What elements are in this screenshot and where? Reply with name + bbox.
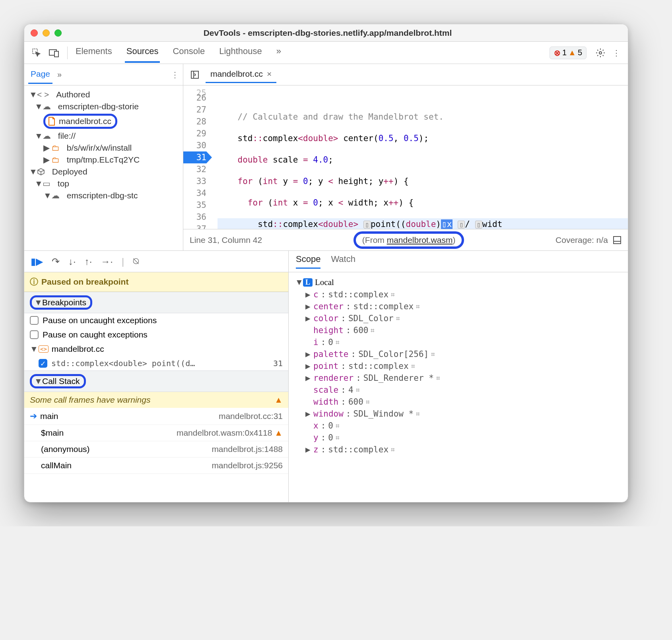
inspect-element-icon[interactable] xyxy=(29,45,44,60)
toggle-navigator-icon[interactable] xyxy=(187,70,202,79)
scope-variable[interactable]: i: 0 ⌗ xyxy=(295,336,622,348)
memory-icon[interactable]: ⌗ xyxy=(431,350,435,358)
var-name: palette xyxy=(313,349,349,359)
scope-variable[interactable]: ▶palette: SDL_Color[256] ⌗ xyxy=(295,348,622,360)
var-name: c xyxy=(313,290,319,299)
memory-icon[interactable]: ⌗ xyxy=(366,398,370,406)
checkbox-icon[interactable] xyxy=(30,316,39,325)
close-tab-icon[interactable]: × xyxy=(267,69,272,79)
breakpoint-marker[interactable]: 31 xyxy=(183,151,206,163)
memory-icon[interactable]: ⌗ xyxy=(391,446,395,454)
expand-icon[interactable]: ▶ xyxy=(305,314,311,323)
scope-variable[interactable]: ▶c: std::complex ⌗ xyxy=(295,289,622,301)
tree-host1[interactable]: emscripten-dbg-storie xyxy=(58,102,139,111)
step-into-icon[interactable]: ↓· xyxy=(68,256,76,267)
line-gutter[interactable]: 25 2627282930 31 323334353637 xyxy=(183,85,210,229)
file-tab-mandelbrot[interactable]: mandelbrot.cc × xyxy=(206,66,276,83)
watch-tab[interactable]: Watch xyxy=(331,254,355,269)
expand-icon[interactable]: ▶ xyxy=(305,349,311,359)
memory-icon[interactable]: ⌗ xyxy=(356,386,360,394)
settings-icon[interactable] xyxy=(594,46,607,60)
expand-icon[interactable] xyxy=(305,385,311,395)
scope-variable[interactable]: ▶renderer: SDL_Renderer * ⌗ xyxy=(295,372,622,384)
callstack-section[interactable]: ▼Call Stack xyxy=(24,370,288,392)
tab-sources[interactable]: Sources xyxy=(125,43,160,63)
memory-icon[interactable]: ⌗ xyxy=(416,303,420,310)
tree-file-selected[interactable]: mandelbrot.cc xyxy=(59,116,111,126)
pause-uncaught-row[interactable]: Pause on uncaught exceptions xyxy=(24,313,288,328)
tree-folder2[interactable]: tmp/tmp.ELcTq2YC xyxy=(67,155,140,165)
memory-icon[interactable]: ⌗ xyxy=(336,434,340,442)
tree-top[interactable]: top xyxy=(58,179,69,188)
breakpoints-section[interactable]: ▼Breakpoints xyxy=(24,292,288,313)
scope-variable[interactable]: ▶point: std::complex ⌗ xyxy=(295,360,622,372)
deactivate-breakpoints-icon[interactable]: ⦰ xyxy=(133,256,140,267)
resume-icon[interactable]: ▮▶ xyxy=(31,256,43,267)
page-tab[interactable]: Page xyxy=(28,65,52,84)
tab-console[interactable]: Console xyxy=(171,43,206,63)
scope-tab[interactable]: Scope xyxy=(296,254,320,269)
scope-variable[interactable]: x: 0 ⌗ xyxy=(295,420,622,432)
toggle-bottombar-icon[interactable] xyxy=(613,236,622,244)
scope-variable[interactable]: ▶window: SDL_Window * ⌗ xyxy=(295,408,622,420)
expand-icon[interactable]: ▶ xyxy=(305,373,311,383)
zoom-window-button[interactable] xyxy=(54,29,62,37)
memory-icon[interactable]: ⌗ xyxy=(396,314,400,322)
expand-icon[interactable]: ▶ xyxy=(305,302,311,311)
stack-frame[interactable]: $mainmandelbrot.wasm:0x4118 ▲ xyxy=(24,425,288,441)
memory-icon[interactable]: ⌗ xyxy=(391,291,395,299)
step-over-icon[interactable]: ↷ xyxy=(52,256,60,267)
more-tabs-button[interactable]: » xyxy=(275,43,283,63)
stack-frame[interactable]: (anonymous)mandelbrot.js:1488 xyxy=(24,441,288,458)
expand-icon[interactable] xyxy=(305,326,311,335)
close-window-button[interactable] xyxy=(31,29,38,37)
breakpoint-entry[interactable]: ✓ std::complex<double> point((d… 31 xyxy=(24,356,288,370)
scope-variable[interactable]: scale: 4 ⌗ xyxy=(295,384,622,396)
scope-variable[interactable]: ▶color: SDL_Color ⌗ xyxy=(295,312,622,324)
scope-body[interactable]: ▼ L Local ▶c: std::complex ⌗▶center: std… xyxy=(289,272,628,460)
memory-icon[interactable]: ⌗ xyxy=(336,422,340,430)
tree-host2[interactable]: emscripten-dbg-stc xyxy=(67,191,138,200)
expand-icon[interactable] xyxy=(305,337,311,347)
scope-variable[interactable]: width: 600 ⌗ xyxy=(295,396,622,408)
minimize-window-button[interactable] xyxy=(43,29,50,37)
stack-frame[interactable]: ➔mainmandelbrot.cc:31 xyxy=(24,408,288,425)
source-map-link[interactable]: mandelbrot.wasm xyxy=(387,235,453,244)
file-tree[interactable]: ▼< > Authored ▼☁ emscripten-dbg-storie m… xyxy=(24,85,183,250)
memory-icon[interactable]: ⌗ xyxy=(411,362,415,370)
scope-variable[interactable]: ▶z: std::complex ⌗ xyxy=(295,444,622,456)
issues-counter[interactable]: ⊗ 1 ▲ 5 xyxy=(550,47,587,59)
var-name: scale xyxy=(313,385,338,395)
checkbox-checked-icon[interactable]: ✓ xyxy=(39,359,47,368)
scope-local-header[interactable]: ▼ L Local xyxy=(295,276,622,289)
expand-icon[interactable]: ▶ xyxy=(305,445,311,454)
scope-variable[interactable]: height: 600 ⌗ xyxy=(295,324,622,336)
step-icon[interactable]: →· xyxy=(101,256,113,267)
breakpoint-file-group[interactable]: ▼ <> mandelbrot.cc xyxy=(24,342,288,356)
more-options-icon[interactable]: ⋮ xyxy=(610,46,623,60)
tree-folder1[interactable]: b/s/w/ir/x/w/install xyxy=(67,143,132,153)
memory-icon[interactable]: ⌗ xyxy=(336,338,340,346)
memory-icon[interactable]: ⌗ xyxy=(436,374,440,382)
pause-caught-row[interactable]: Pause on caught exceptions xyxy=(24,328,288,342)
tab-lighthouse[interactable]: Lighthouse xyxy=(218,43,264,63)
expand-icon[interactable]: ▶ xyxy=(305,290,311,299)
step-out-icon[interactable]: ↑· xyxy=(85,256,92,267)
expand-icon[interactable] xyxy=(305,421,311,431)
navigator-more[interactable]: » xyxy=(57,70,62,79)
stack-frame[interactable]: callMainmandelbrot.js:9256 xyxy=(24,458,288,474)
memory-icon[interactable]: ⌗ xyxy=(371,326,375,334)
scope-variable[interactable]: y: 0 ⌗ xyxy=(295,432,622,444)
checkbox-icon[interactable] xyxy=(30,330,39,339)
expand-icon[interactable] xyxy=(305,397,311,407)
device-toolbar-icon[interactable] xyxy=(47,45,62,60)
tree-file-scheme[interactable]: file:// xyxy=(58,131,76,141)
expand-icon[interactable]: ▶ xyxy=(305,361,311,371)
memory-icon[interactable]: ⌗ xyxy=(416,410,420,418)
navigator-menu-icon[interactable]: ⋮ xyxy=(171,70,179,80)
tab-elements[interactable]: Elements xyxy=(74,43,114,63)
code-content[interactable]: // Calculate and draw the Mandelbrot set… xyxy=(210,85,628,229)
scope-variable[interactable]: ▶center: std::complex ⌗ xyxy=(295,301,622,312)
expand-icon[interactable] xyxy=(305,433,311,442)
expand-icon[interactable]: ▶ xyxy=(305,409,311,419)
